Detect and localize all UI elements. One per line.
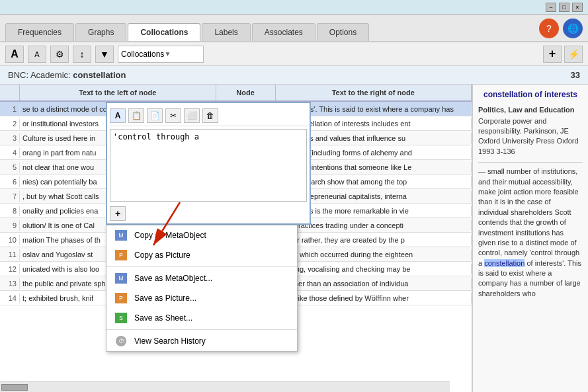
add-item-button[interactable]: + xyxy=(110,206,126,221)
row-num: 2 xyxy=(0,118,20,129)
table-area: Text to the left of node Node Text to th… xyxy=(0,85,472,392)
col-right-header: Text to the right of node xyxy=(276,85,472,100)
save-sheet-icon: S xyxy=(114,312,128,324)
scroll-thumb[interactable] xyxy=(1,384,28,391)
minimize-button[interactable]: − xyxy=(546,3,556,12)
row-num: 11 xyxy=(0,249,20,260)
toolbar-right: + ⚡ xyxy=(543,46,583,63)
row-num: 9 xyxy=(0,220,20,231)
copy-icon[interactable]: 📄 xyxy=(147,108,163,123)
tab-bar-right: ? 🌐 xyxy=(539,19,583,41)
popup-container: A 📋 📄 ✂ ⬜ 🗑 'control through a xyxy=(106,102,311,352)
row-num: 3 xyxy=(0,133,20,143)
right-panel-title: constellation of interests xyxy=(478,90,583,100)
maximize-button[interactable]: □ xyxy=(559,3,569,12)
history-icon: ⏱ xyxy=(114,335,128,347)
row-num: 4 xyxy=(0,147,20,158)
help-icon[interactable]: ? xyxy=(539,19,559,38)
highlight-word: constellation xyxy=(484,259,525,267)
add-button[interactable]: + xyxy=(543,46,562,63)
right-panel-subtitle: Politics, Law and Education xyxy=(478,106,583,114)
col-left-header: Text to the left of node xyxy=(20,85,216,100)
right-panel: constellation of interests Politics, Law… xyxy=(472,85,588,392)
toolbar: A A ⚙ ↕ ▼ Collocations ▼ + ⚡ xyxy=(0,42,588,66)
breadcrumb: BNC: Academic: constellation 33 xyxy=(0,66,588,85)
row-num: 8 xyxy=(0,206,20,216)
menu-divider xyxy=(106,266,297,267)
dropdown-label: Collocations xyxy=(121,50,164,59)
search-text-input[interactable]: 'control through a xyxy=(110,129,307,202)
save-metaobject-item[interactable]: M Save as MetaObject... xyxy=(106,268,297,288)
row-num: 5 xyxy=(0,162,20,173)
settings-button[interactable]: ⚙ xyxy=(50,46,69,63)
font-decrease-button[interactable]: A xyxy=(28,46,46,63)
copy-picture-icon: P xyxy=(114,249,128,261)
row-num: 7 xyxy=(0,191,20,202)
table-header: Text to the left of node Node Text to th… xyxy=(0,85,472,102)
tab-bar: Frequencies Graphs Collocations Labels A… xyxy=(0,15,588,42)
copy-meta-icon: M xyxy=(114,229,128,241)
save-picture-item[interactable]: P Save as Picture... xyxy=(106,288,297,308)
title-bar: − □ × xyxy=(0,0,588,15)
tab-list: Frequencies Graphs Collocations Labels A… xyxy=(5,23,370,41)
paste-icon[interactable]: 📋 xyxy=(128,108,144,123)
filter-button[interactable]: ▼ xyxy=(95,46,114,63)
font-increase-button[interactable]: A xyxy=(5,46,24,63)
row-num: 10 xyxy=(0,235,20,245)
row-num: 1 xyxy=(0,104,20,114)
row-num: 13 xyxy=(0,278,20,289)
main-content: Text to the left of node Node Text to th… xyxy=(0,85,588,392)
view-history-item[interactable]: ⏱ View Search History xyxy=(106,331,297,351)
context-menu: M Copy as MetaObject P Copy as Picture M… xyxy=(106,225,298,352)
close-button[interactable]: × xyxy=(572,3,583,12)
font-icon[interactable]: A xyxy=(110,108,126,123)
horizontal-scrollbar[interactable] xyxy=(0,381,450,392)
row-num: 6 xyxy=(0,176,20,187)
tab-options[interactable]: Options xyxy=(317,23,369,41)
sort-button[interactable]: ↕ xyxy=(73,46,91,63)
title-bar-controls: − □ × xyxy=(546,3,583,12)
web-icon[interactable]: 🌐 xyxy=(563,19,583,38)
breadcrumb-text: BNC: Academic: constellation xyxy=(8,70,126,80)
tab-associates[interactable]: Associates xyxy=(252,23,315,41)
cut-icon[interactable]: ✂ xyxy=(165,108,181,123)
save-meta-icon: M xyxy=(114,272,128,284)
result-count: 33 xyxy=(571,70,580,80)
dropdown-arrow-icon: ▼ xyxy=(164,50,200,58)
text-toolbar: A 📋 📄 ✂ ⬜ 🗑 xyxy=(110,106,307,126)
filter2-button[interactable]: ⚡ xyxy=(564,46,583,63)
save-picture-icon: P xyxy=(114,292,128,304)
tab-labels[interactable]: Labels xyxy=(202,23,250,41)
row-num: 14 xyxy=(0,293,20,303)
copy-picture-item[interactable]: P Copy as Picture xyxy=(106,245,297,265)
text-input-area: A 📋 📄 ✂ ⬜ 🗑 'control through a xyxy=(106,102,311,225)
select-icon[interactable]: ⬜ xyxy=(184,108,200,123)
panel-divider xyxy=(478,162,583,163)
copy-metaobject-item[interactable]: M Copy as MetaObject xyxy=(106,225,297,245)
menu-divider-2 xyxy=(106,329,297,330)
col-node-header: Node xyxy=(216,85,276,100)
col-num-header xyxy=(0,85,20,100)
tab-frequencies[interactable]: Frequencies xyxy=(5,23,74,41)
tab-collocations[interactable]: Collocations xyxy=(128,23,200,41)
row-num: 12 xyxy=(0,264,20,274)
query-term: constellation xyxy=(73,70,126,80)
tab-graphs[interactable]: Graphs xyxy=(75,23,126,41)
collocations-dropdown[interactable]: Collocations ▼ xyxy=(118,46,204,63)
save-sheet-item[interactable]: S Save as Sheet... xyxy=(106,308,297,328)
right-panel-excerpt: — small number of institutions, and thei… xyxy=(478,167,583,299)
right-panel-source: Corporate power and responsibility. Park… xyxy=(478,116,583,157)
clear-icon[interactable]: 🗑 xyxy=(202,108,218,123)
